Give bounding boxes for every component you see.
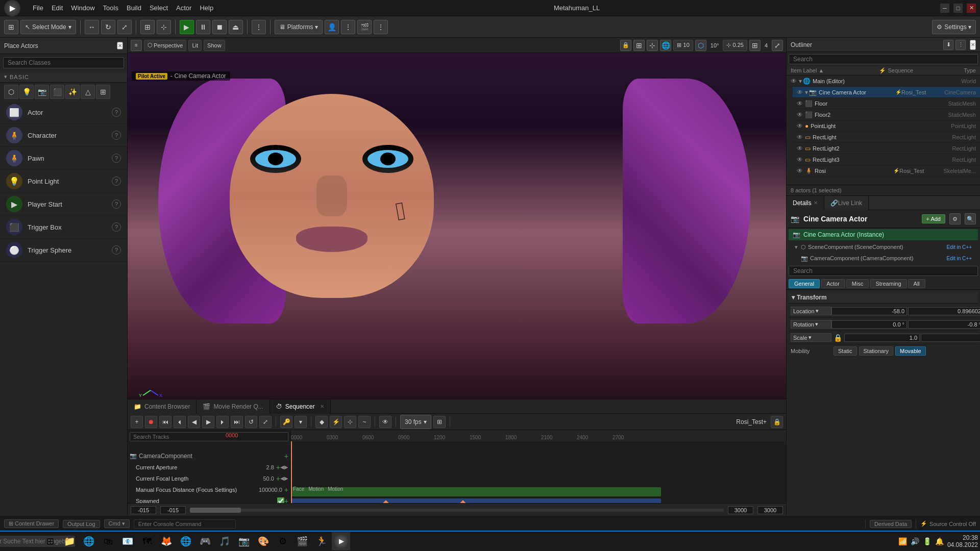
taskbar-app4-icon[interactable]: 🎨 xyxy=(254,532,273,550)
eye-icon-pl[interactable]: 👁 xyxy=(797,122,803,130)
seq-lock-btn[interactable]: 🔒 xyxy=(771,416,783,428)
toolbar-grid-icon[interactable]: ⊹ xyxy=(157,20,171,34)
seq-key-btn[interactable]: 🔑 xyxy=(280,416,292,428)
tray-volume-icon[interactable]: 🔊 xyxy=(910,536,921,547)
play-button[interactable]: ▶ xyxy=(180,20,194,34)
actor-item-trigger-box[interactable]: ⬛ Trigger Box ? xyxy=(0,216,127,239)
menu-build[interactable]: Build xyxy=(127,4,141,12)
edit-cpp-scene[interactable]: Edit in C++ xyxy=(947,244,972,250)
eye-icon-cam[interactable]: 👁 xyxy=(797,89,803,96)
actor-help-character[interactable]: ? xyxy=(112,131,121,140)
seq-add-track-btn[interactable]: + xyxy=(131,416,143,428)
seq-play-back-btn[interactable]: ◀ xyxy=(188,416,200,428)
seq-scroll-thumb[interactable] xyxy=(190,508,241,513)
outliner-search-input[interactable] xyxy=(789,54,978,64)
tab-movie-render[interactable]: 🎬 Movie Render Q... xyxy=(197,399,270,414)
stop-button[interactable]: ⏹ xyxy=(212,20,227,34)
toolbar-transform-icon[interactable]: ↔ xyxy=(85,20,99,34)
menu-tools[interactable]: Tools xyxy=(103,4,118,12)
toolbar-snap-icon[interactable]: ⊞ xyxy=(140,20,155,34)
track-focus-add[interactable]: + xyxy=(284,486,288,494)
eye-icon-world[interactable]: 👁 xyxy=(791,78,797,85)
details-add-button[interactable]: + Add xyxy=(922,214,945,223)
eye-icon-floor[interactable]: 👁 xyxy=(797,100,803,107)
outliner-import-icon[interactable]: ⬇ xyxy=(943,40,953,50)
actor-help-player-start[interactable]: ? xyxy=(112,199,121,209)
filter-all[interactable]: All xyxy=(908,279,925,288)
menu-edit[interactable]: Edit xyxy=(52,4,63,12)
taskbar-app2-icon[interactable]: 🎵 xyxy=(215,532,234,550)
menu-help[interactable]: Help xyxy=(200,4,213,12)
seq-marker-btn[interactable]: ◆ xyxy=(315,416,328,428)
viewport-menu-icon[interactable]: ≡ xyxy=(131,40,142,51)
eye-icon-rl2[interactable]: 👁 xyxy=(797,145,803,152)
outliner-item-point-light[interactable]: 👁 ● PointLight PointLight xyxy=(793,120,980,132)
seq-step-fwd-btn[interactable]: ⏵ xyxy=(216,416,229,428)
collapse-icon-cam[interactable]: ▾ xyxy=(805,89,808,96)
show-button[interactable]: Show xyxy=(204,40,225,51)
actor-help-actor[interactable]: ? xyxy=(112,108,121,117)
minimize-button[interactable]: ─ xyxy=(940,4,949,13)
seq-filter-btn[interactable]: ▾ xyxy=(295,416,307,428)
taskbar-store-icon[interactable]: 🛍 xyxy=(99,532,117,550)
eye-icon-floor2[interactable]: 👁 xyxy=(797,111,803,118)
outliner-item-floor[interactable]: 👁 ⬛ Floor StaticMesh xyxy=(793,98,980,109)
menu-file[interactable]: File xyxy=(33,4,43,12)
toolbar-layout-icon[interactable]: ⊞ xyxy=(4,20,18,34)
seq-step-fwd2-btn[interactable]: ⏭ xyxy=(231,416,243,428)
taskbar-ue-icon[interactable]: ▶ xyxy=(332,532,350,550)
source-control-status[interactable]: ⚡ Source Control Off xyxy=(920,520,976,527)
outliner-item-rectlight3[interactable]: 👁 ▭ RectLight3 RectLight xyxy=(793,154,980,165)
mobility-stationary-button[interactable]: Stationary xyxy=(859,346,894,356)
outliner-item-floor2[interactable]: 👁 ⬛ Floor2 StaticMesh xyxy=(793,109,980,120)
actor-help-trigger-box[interactable]: ? xyxy=(112,222,121,232)
actor-icon-visual[interactable]: ✨ xyxy=(65,85,80,99)
actor-item-character[interactable]: 🧍 Character ? xyxy=(0,124,127,147)
actor-help-pawn[interactable]: ? xyxy=(112,154,121,163)
menu-actor[interactable]: Actor xyxy=(176,4,191,12)
actor-item-player-start[interactable]: ▶ Player Start ? xyxy=(0,193,127,216)
seq-end2-input[interactable] xyxy=(757,506,783,514)
eye-icon-rl[interactable]: 👁 xyxy=(797,134,803,141)
actor-icon-volumes[interactable]: ⬛ xyxy=(50,85,64,99)
edit-cpp-camera[interactable]: Edit in C++ xyxy=(947,256,972,261)
taskbar-clock[interactable]: 20:38 04.08.2022 xyxy=(947,534,978,548)
filter-general[interactable]: General xyxy=(789,279,820,288)
taskbar-browser-icon[interactable]: 🌐 xyxy=(80,532,98,550)
seq-snap-btn[interactable]: ⊹ xyxy=(344,416,356,428)
seq-scroll-slider[interactable] xyxy=(190,509,724,512)
col-sequence[interactable]: Sequence xyxy=(888,67,932,74)
platforms-button[interactable]: 🖥 Platforms ▾ xyxy=(275,20,323,34)
tab-content-browser[interactable]: 📁 Content Browser xyxy=(128,399,197,414)
outliner-close[interactable]: ✕ xyxy=(970,40,976,50)
details-instance-row[interactable]: 📷 Cine Camera Actor (Instance) xyxy=(789,229,978,240)
track-spawned[interactable]: Spawned + xyxy=(134,495,290,503)
transform-header[interactable]: ▾ Transform xyxy=(789,292,978,304)
track-spawned-add[interactable]: + xyxy=(284,497,288,504)
details-browse-icon[interactable]: 🔍 xyxy=(965,213,976,224)
seq-fps-dropdown[interactable]: 30 fps ▾ xyxy=(400,415,431,429)
track-spawned-checkbox[interactable] xyxy=(277,497,284,504)
details-scene-component[interactable]: ▾ ⬡ SceneComponent (SceneComponent) Edit… xyxy=(787,241,980,253)
menu-select[interactable]: Select xyxy=(150,4,168,12)
taskbar-app1-icon[interactable]: 🎮 xyxy=(196,532,214,550)
filter-actor[interactable]: Actor xyxy=(821,279,845,288)
seq-curve-btn[interactable]: ~ xyxy=(358,416,371,428)
select-mode-button[interactable]: ↖ Select Mode ▾ xyxy=(20,20,76,34)
seq-start-input[interactable] xyxy=(131,506,156,514)
toolbar-scale-icon[interactable]: ⤢ xyxy=(117,20,132,34)
tray-battery-icon[interactable]: 🔋 xyxy=(922,536,933,547)
eye-icon-rosi[interactable]: 👁 xyxy=(797,167,803,174)
tab-details[interactable]: Details ✕ xyxy=(787,196,824,210)
col-type[interactable]: Type xyxy=(932,67,976,74)
track-focal-add[interactable]: + xyxy=(276,474,280,483)
vp-maximize-icon[interactable]: ⤢ xyxy=(772,40,783,51)
vp-grid-icon[interactable]: ⊞ xyxy=(633,40,645,51)
seq-loop-btn[interactable]: ↺ xyxy=(245,416,257,428)
taskbar-app6-icon[interactable]: 🎬 xyxy=(293,532,311,550)
track-aperture[interactable]: Current Aperture 2.8 + ◀▶ xyxy=(134,462,290,473)
actor-icon-all[interactable]: ⊞ xyxy=(96,85,110,99)
toolbar-eject-icon[interactable]: ⏏ xyxy=(229,20,243,34)
outliner-item-rosi[interactable]: 👁 🧍 Rosi ⚡ Rosi_Test SkeletalMe... xyxy=(793,165,980,177)
actor-help-trigger-sphere[interactable]: ? xyxy=(112,245,121,255)
